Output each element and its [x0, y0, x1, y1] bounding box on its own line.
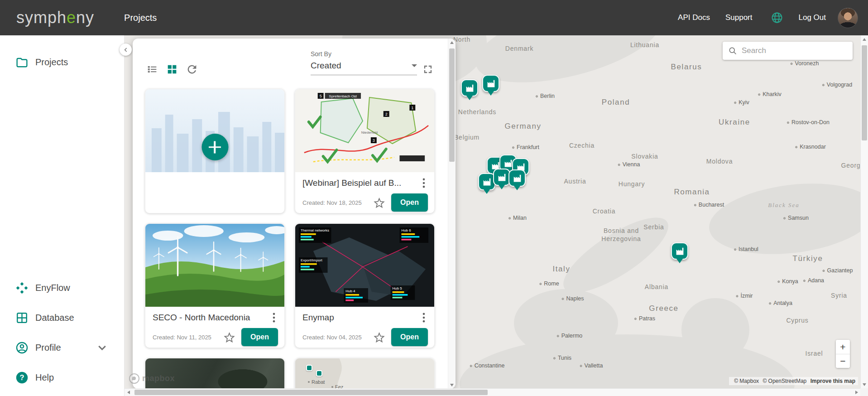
open-button[interactable]: Open [391, 193, 428, 212]
add-project-card[interactable] [145, 89, 285, 213]
projects-panel: Sort By Created [133, 39, 456, 389]
panel-scrollbar-thumb[interactable] [449, 48, 455, 162]
logout-link[interactable]: Log Out [799, 13, 826, 22]
star-icon[interactable] [223, 331, 235, 343]
logo-text: symph [16, 8, 67, 27]
top-bar: sympheny Projects API Docs Support Log O… [0, 0, 868, 35]
map-label-bucharest: Bucharest [694, 202, 724, 209]
attribution-mapbox-link[interactable]: © Mapbox [734, 378, 759, 384]
profile-icon [15, 341, 29, 354]
scroll-right-arrow[interactable] [853, 389, 860, 396]
card-created-date: Created: Nov 04, 2025 [302, 334, 373, 341]
project-map-marker[interactable] [482, 75, 499, 92]
sort-by-select[interactable]: Sort By Created [311, 50, 417, 75]
map-label-vienna: Vienna [618, 161, 640, 169]
zoom-in-button[interactable]: + [836, 340, 850, 354]
map-label-austria: Austria [564, 178, 586, 186]
map-label-greece: Greece [649, 304, 678, 313]
search-input[interactable] [742, 46, 853, 55]
project-thumbnail-map: 5 Spreitenbach Ost 2 1 3 Niederfeld [295, 89, 434, 172]
top-nav: API Docs Support Log Out [662, 8, 858, 28]
user-avatar[interactable] [838, 8, 858, 28]
sidebar-item-profile[interactable]: Profile [0, 333, 124, 362]
map-label-volgograd: Volgograd [822, 82, 852, 89]
vertical-scrollbar-thumb[interactable] [862, 45, 867, 140]
app-logo[interactable]: sympheny [16, 8, 94, 27]
page-title: Projects [124, 13, 157, 23]
project-map-marker[interactable] [493, 169, 510, 186]
map-label-germany: Germany [504, 121, 541, 131]
sort-by-label: Sort By [311, 50, 417, 58]
api-docs-link[interactable]: API Docs [678, 13, 710, 22]
map-label-albania: Albania [645, 283, 668, 291]
more-menu-icon[interactable] [267, 311, 281, 324]
map-label-cyprus: Cyprus [786, 317, 808, 325]
sidebar-item-database[interactable]: Database [0, 303, 124, 333]
page-horizontal-scrollbar[interactable] [125, 388, 860, 396]
scroll-up-arrow[interactable] [861, 35, 868, 43]
sidebar-item-projects[interactable]: Projects [0, 47, 124, 77]
svg-text:5: 5 [320, 94, 322, 98]
refresh-icon[interactable] [186, 63, 198, 76]
map-label-rostov-on-don: Rostov-on-Don [787, 119, 830, 126]
map-label-kharkiv: Kharkiv [758, 91, 782, 98]
factory-marker-icon [486, 79, 496, 88]
zoom-out-button[interactable]: − [836, 354, 850, 368]
chevron-down-icon[interactable] [96, 341, 109, 354]
project-cards-grid: 5 Spreitenbach Ost 2 1 3 Niederfeld [145, 89, 435, 389]
map-label-belarus: Belarus [671, 62, 702, 72]
card-title: [Webinar] Beispiel auf B... [302, 178, 417, 188]
sidebar: Projects EnyFlow Database Profile [0, 35, 125, 396]
map-label-gaziantep: Gaziantep [823, 267, 853, 275]
map-zoom-control: + − [836, 340, 850, 368]
map-label-adana: Adana [803, 277, 824, 285]
plus-icon[interactable] [201, 134, 228, 160]
sidebar-item-help[interactable]: ? Help [0, 362, 124, 392]
horizontal-scrollbar-thumb[interactable] [134, 390, 488, 395]
factory-marker-icon [465, 83, 475, 93]
list-view-icon[interactable] [146, 63, 158, 76]
mapbox-logo[interactable]: mapbox [129, 373, 175, 384]
page-vertical-scrollbar[interactable] [860, 35, 868, 388]
open-button[interactable]: Open [391, 328, 428, 346]
fullscreen-icon[interactable] [422, 63, 434, 76]
attribution-osm-link[interactable]: © OpenStreetMap [762, 378, 806, 384]
more-menu-icon[interactable] [417, 177, 431, 189]
map-label-rome: Rome [539, 280, 559, 288]
grid-view-icon[interactable] [166, 63, 178, 76]
map-label-slovakia: Slovakia [631, 153, 658, 161]
scroll-left-arrow[interactable] [125, 389, 132, 396]
project-map-marker[interactable] [508, 169, 526, 187]
card-created-date: Created: Nov 18, 2025 [302, 199, 373, 206]
project-map-marker[interactable] [671, 242, 688, 260]
map-label-antalya: Antalya [769, 300, 792, 307]
scroll-down-arrow[interactable] [861, 381, 868, 388]
panel-toolbar: Sort By Created [133, 39, 456, 89]
project-card: SECO - North Macedonia Created: Nov 11, … [145, 223, 285, 348]
star-icon[interactable] [373, 331, 385, 343]
map-canvas[interactable]: NorthDenmarkLithuaniaBelarusVoronezhNeth… [125, 35, 868, 396]
scroll-down-arrow[interactable] [448, 381, 456, 389]
svg-text:?: ? [20, 373, 24, 382]
panel-scrollbar[interactable] [448, 39, 456, 389]
globe-icon[interactable] [771, 11, 783, 24]
project-map-marker[interactable] [461, 79, 478, 97]
database-icon [15, 311, 29, 324]
map-label-krasnodar: Krasnodar [795, 144, 826, 151]
open-button[interactable]: Open [241, 328, 278, 346]
map-water-aegean [681, 298, 749, 362]
folder-icon [15, 56, 29, 69]
sidebar-item-enyflow[interactable]: EnyFlow [0, 273, 124, 303]
map-label-romania: Romania [674, 187, 710, 197]
star-icon[interactable] [373, 197, 385, 209]
card-title: Enymap [302, 313, 417, 323]
support-link[interactable]: Support [725, 13, 753, 22]
svg-text:Hub 6: Hub 6 [401, 228, 411, 232]
chevron-left-icon [122, 46, 129, 53]
svg-text:1: 1 [411, 106, 413, 110]
collapse-panel-button[interactable] [120, 43, 132, 56]
attribution-improve-link[interactable]: Improve this map [810, 378, 855, 384]
more-menu-icon[interactable] [417, 311, 431, 324]
project-thumbnail-dashboard: Thermal networks Hub 6 Export/Import Hub… [295, 224, 434, 307]
mini-map-marker [316, 370, 322, 377]
